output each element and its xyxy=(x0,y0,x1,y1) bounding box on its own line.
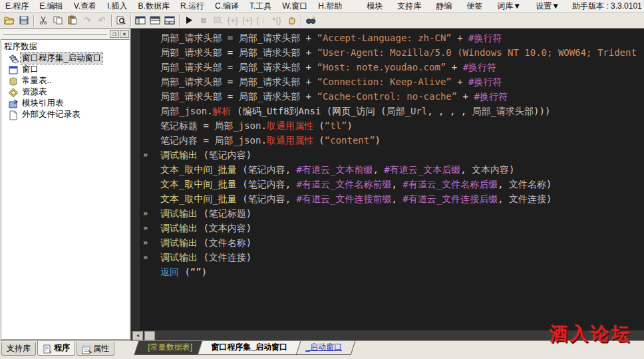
menu-item-2[interactable]: V.查看 xyxy=(69,0,102,13)
code-line-5[interactable]: 局部_请求头部 = 局部_请求头部 + “Cache-Control: no-c… xyxy=(131,89,644,104)
run-icon[interactable] xyxy=(182,14,196,27)
panel-tab-label: 属性 xyxy=(93,343,109,354)
menu-right-group: 模块支持库静编便签词库▼设置▼助手版本 : 3.3.0101 正式版 xyxy=(359,0,644,13)
panel-tab-label: 程序 xyxy=(54,342,70,354)
project-sidebar: ❐ ✕ 程序数据 窗口程序集_启动窗口窗口常量表..资源表模块引用表外部文件记录… xyxy=(0,29,131,340)
menu-plugin-item-1[interactable]: 支持库 xyxy=(390,0,428,13)
statement-marker-icon: » xyxy=(143,148,148,162)
menu-item-6[interactable]: C.编译 xyxy=(210,0,244,13)
editor-tab-1[interactable]: 窗口程序集_启动窗口 xyxy=(197,341,301,355)
tree-item-1[interactable]: 窗口 xyxy=(1,64,130,75)
forum-watermark: 酒入论坛 xyxy=(550,322,632,346)
stop-icon xyxy=(196,14,211,27)
panel-tab-0[interactable]: 支持库 xyxy=(1,342,36,356)
sidebar-grip-handle[interactable] xyxy=(3,33,107,35)
database-icon xyxy=(8,76,19,86)
find-icon[interactable] xyxy=(114,14,128,27)
menu-item-1[interactable]: E.编辑 xyxy=(34,0,68,13)
assistant-version-label: 助手版本 : 3.3.0101 正式版 xyxy=(567,1,644,12)
step-into-icon: {+} xyxy=(226,14,240,27)
tree-item-label: 模块引用表 xyxy=(21,98,65,109)
code-line-8[interactable]: 笔记内容 = 局部_json.取通用属性 (“content”) xyxy=(131,133,644,148)
toolbar-separator xyxy=(130,15,131,27)
menu-item-0[interactable]: E.程序 xyxy=(0,0,34,13)
menu-plugin-item-4[interactable]: 词库▼ xyxy=(490,0,528,13)
tree-root-program-data[interactable]: 程序数据 xyxy=(1,41,130,53)
pause-hand-icon[interactable] xyxy=(284,14,299,27)
layout-top-icon[interactable] xyxy=(148,14,162,27)
editor-tabs: [常量数据表]窗口程序集_启动窗口_启动窗口 xyxy=(136,341,349,356)
layout-left-icon[interactable] xyxy=(133,14,148,27)
menu-plugin-item-5[interactable]: 设置▼ xyxy=(528,0,567,13)
tree-item-label: 常量表.. xyxy=(21,75,53,86)
panel-tab-2[interactable]: 属性 xyxy=(77,342,114,356)
open-icon[interactable] xyxy=(2,14,17,27)
code-line-3[interactable]: 局部_请求头部 = 局部_请求头部 + “Host: note.youdao.c… xyxy=(131,60,644,74)
tree-item-2[interactable]: 常量表.. xyxy=(1,75,130,86)
menu-plugin-item-2[interactable]: 静编 xyxy=(428,0,459,13)
property-tab-icon xyxy=(82,345,91,353)
find-in-files-icon[interactable] xyxy=(303,14,318,27)
statement-marker-icon: » xyxy=(143,250,148,265)
paste-icon[interactable] xyxy=(65,14,80,27)
close-panel-button[interactable]: ✕ xyxy=(120,30,129,38)
toolbar: ↷↶{+}(+)(﹜*{} xyxy=(0,13,644,29)
code-line-15[interactable]: »调试输出 (文件名称) xyxy=(131,235,644,250)
panel-tab-label: 支持库 xyxy=(7,343,31,354)
panel-tabs: 支持库程序属性 xyxy=(0,341,131,356)
scroll-left-button[interactable]: ◂ xyxy=(132,331,143,340)
editor-tab-label: 窗口程序集_启动窗口 xyxy=(211,342,287,353)
code-editor[interactable]: 局部_请求头部 = 局部_请求头部 + “Accept-Language: zh… xyxy=(131,29,644,340)
menu-item-3[interactable]: I.插入 xyxy=(102,0,133,13)
main-area: ❐ ✕ 程序数据 窗口程序集_启动窗口窗口常量表..资源表模块引用表外部文件记录… xyxy=(0,29,644,340)
cut-icon[interactable] xyxy=(36,14,51,27)
statement-marker-icon: » xyxy=(143,235,148,250)
code-line-4[interactable]: 局部_请求头部 = 局部_请求头部 + “Connection: Keep-Al… xyxy=(131,74,644,89)
menu-item-4[interactable]: B.数据库 xyxy=(133,0,175,13)
code-line-17[interactable]: 返回 (“”) xyxy=(131,265,644,279)
module-icon xyxy=(8,99,19,108)
scrollbar-thumb[interactable] xyxy=(144,331,155,340)
add-breakpoint-icon: *{} xyxy=(269,14,284,27)
tree-item-3[interactable]: 资源表 xyxy=(1,86,130,98)
save-icon[interactable] xyxy=(17,14,31,27)
sidebar-header: ❐ ✕ xyxy=(0,29,130,39)
code-area[interactable]: 局部_请求头部 = 局部_请求头部 + “Accept-Language: zh… xyxy=(131,29,644,330)
code-line-7[interactable]: 笔记标题 = 局部_json.取通用属性 (“tl”) xyxy=(131,118,644,133)
menu-item-5[interactable]: R.运行 xyxy=(175,0,210,13)
layout-bottom-icon[interactable] xyxy=(162,14,177,27)
code-line-9[interactable]: »调试输出 (笔记内容) xyxy=(131,148,644,162)
menu-item-8[interactable]: W.窗口 xyxy=(277,0,313,13)
code-line-10[interactable]: 文本_取中间_批量 (笔记内容, #有道云_文本前缀, #有道云_文本后缀, 文… xyxy=(131,162,644,177)
tree-item-5[interactable]: 外部文件记录表 xyxy=(1,109,130,120)
toolbar-separator xyxy=(301,15,301,27)
code-line-13[interactable]: »调试输出 (笔记标题) xyxy=(131,206,644,221)
menu-item-7[interactable]: T.工具 xyxy=(244,0,277,13)
editor-tab-2[interactable]: _启动窗口 xyxy=(292,341,356,355)
tree-item-label: 窗口程序集_启动窗口 xyxy=(21,53,102,64)
code-line-12[interactable]: 文本_取中间_批量 (笔记内容, #有道云_文件连接前缀, #有道云_文件连接后… xyxy=(131,191,644,206)
step-out-icon: (+) xyxy=(240,14,255,27)
code-line-1[interactable]: 局部_请求头部 = 局部_请求头部 + “Accept-Language: zh… xyxy=(131,31,644,45)
code-line-6[interactable]: 局部_json.解析 (编码_Utf8到Ansi (网页_访问 (局部_Url,… xyxy=(131,104,644,118)
tree-item-4[interactable]: 模块引用表 xyxy=(1,98,130,109)
code-line-14[interactable]: »调试输出 (文本内容) xyxy=(131,221,644,235)
menu-plugin-item-0[interactable]: 模块 xyxy=(359,0,390,13)
file-icon xyxy=(8,110,19,120)
tree-root-label: 程序数据 xyxy=(3,41,39,53)
code-line-16[interactable]: »调试输出 (文件连接) xyxy=(131,250,644,265)
code-line-2[interactable]: 局部_请求头部 = 局部_请求头部 + “User-Agent: Mozilla… xyxy=(131,45,644,60)
panel-tab-1[interactable]: 程序 xyxy=(37,341,75,356)
layers-icon xyxy=(8,54,19,63)
maximize-panel-button[interactable]: ❐ xyxy=(110,30,119,38)
menu-item-9[interactable]: H.帮助 xyxy=(313,0,347,13)
editor-tab-0[interactable]: [常量数据表] xyxy=(134,341,206,355)
tree-item-label: 外部文件记录表 xyxy=(21,109,82,120)
tree-item-0[interactable]: 窗口程序集_启动窗口 xyxy=(1,53,130,64)
window-icon xyxy=(8,65,19,74)
tree-item-label: 窗口 xyxy=(21,64,40,75)
code-line-11[interactable]: 文本_取中间_批量 (笔记内容, #有道云_文件名称前缀, #有道云_文件名称后… xyxy=(131,177,644,191)
menu-plugin-item-3[interactable]: 便签 xyxy=(459,0,490,13)
toolbar-separator xyxy=(179,15,180,27)
copy-icon[interactable] xyxy=(51,14,65,27)
